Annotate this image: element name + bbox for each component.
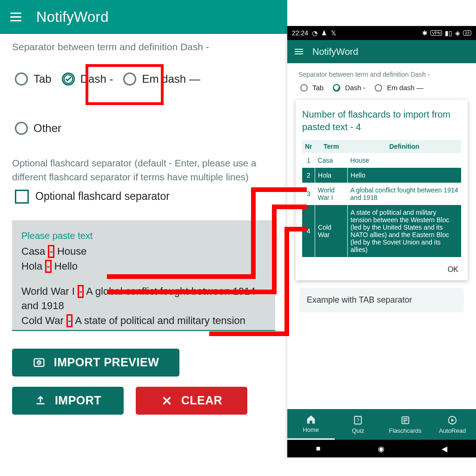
highlight-dash-3: - (78, 285, 84, 298)
separator-radio-row2: Other (15, 114, 275, 142)
nav-recent-icon[interactable]: ■ (316, 444, 321, 453)
menu-icon[interactable] (8, 11, 23, 23)
svg-point-3 (38, 362, 40, 363)
example-title: Example with TAB separator (307, 295, 412, 304)
phone-mock: 22:24 ◔ ♟ 𝕏 ✱ VPN ▮▯ ◈ 23 NotifyWord Sep… (287, 26, 476, 457)
optional-help-text: Optional flashcard separator (default - … (12, 156, 275, 184)
radio-icon (123, 73, 136, 86)
status-time: 22:24 (292, 29, 308, 37)
optional-checkbox[interactable]: Optional flashcard separator (15, 190, 275, 204)
radio-emdash-label: Em dash — (142, 73, 200, 86)
nav-autoread-label: AutoRead (439, 427, 466, 434)
paste-line-2: Hola - Hello (21, 259, 266, 274)
paste-placeholder: Please paste text (21, 231, 266, 241)
table-row: 2HolaHello (302, 168, 461, 183)
import-label: IMPORT (55, 394, 101, 407)
radio-icon (15, 122, 28, 135)
radio-dash[interactable]: Dash - (62, 65, 113, 93)
nav-back-icon[interactable]: ◀ (442, 444, 447, 453)
phone-separator-label: Separator between term and definition Da… (298, 71, 465, 78)
paste-text-area[interactable]: Please paste text Casa - House Hola - He… (12, 220, 275, 331)
clear-label: CLEAR (181, 394, 223, 407)
upload-icon (34, 395, 46, 407)
phone-app-title: NotifyWord (312, 46, 358, 57)
clear-button[interactable]: CLEAR (136, 387, 247, 415)
radio-icon (15, 73, 28, 86)
radio-other[interactable]: Other (15, 114, 61, 142)
highlight-dash-4: - (66, 314, 73, 327)
preview-table: Nr Term Definition 1CasaHouse 2HolaHello… (302, 140, 461, 257)
radio-emdash-label: Em dash — (387, 84, 423, 92)
separator-radio-row: Tab Dash - Em dash — (15, 65, 275, 93)
dialog-ok-button[interactable]: OK (302, 265, 458, 274)
home-icon (306, 414, 316, 424)
left-panel: NotifyWord Separator between term and de… (0, 0, 287, 476)
dialog-title: Number of flashcards to import from past… (302, 108, 461, 133)
radio-checked-icon[interactable] (333, 84, 340, 92)
bluetooth-icon: ✱ (422, 29, 428, 37)
highlight-dash-2: - (45, 260, 51, 273)
nav-autoread[interactable]: AutoRead (429, 409, 476, 440)
battery-icon: 23 (463, 30, 471, 36)
import-button[interactable]: IMPORT (12, 387, 124, 415)
status-icon: ♟ (321, 29, 327, 37)
radio-dash-label: Dash - (345, 84, 365, 92)
svg-text:?: ? (357, 417, 359, 423)
separator-label: Separator between term and definition Da… (12, 40, 275, 53)
radio-tab[interactable]: Tab (15, 65, 52, 93)
checkbox-icon (15, 190, 29, 204)
phone-radio-row: Tab Dash - Em dash — (300, 84, 463, 92)
radio-tab-label: Tab (312, 84, 324, 92)
wifi-icon: ◈ (455, 29, 460, 37)
nav-flashcards-label: Flaschcards (389, 427, 422, 434)
status-bar: 22:24 ◔ ♟ 𝕏 ✱ VPN ▮▯ ◈ 23 (287, 26, 476, 40)
nav-quiz[interactable]: ? Quiz (335, 409, 382, 440)
col-def: Definition (348, 140, 461, 153)
preview-icon (33, 356, 46, 369)
table-row: 1CasaHouse (302, 153, 461, 168)
table-row: 4Cold WarA state of political and milita… (302, 205, 461, 257)
menu-icon[interactable] (294, 48, 304, 55)
status-icon: 𝕏 (331, 29, 336, 37)
nav-quiz-label: Quiz (352, 427, 364, 434)
import-preview-label: IMPORT PREVIEW (54, 356, 159, 369)
nav-flashcards[interactable]: Flaschcards (382, 409, 429, 440)
nav-home-icon[interactable]: ◉ (378, 444, 384, 453)
radio-icon[interactable] (300, 84, 308, 92)
radio-tab-label: Tab (33, 73, 52, 86)
col-term: Term (315, 140, 348, 153)
paste-line-3: World War I - A global conflict fought b… (21, 284, 266, 314)
radio-other-label: Other (33, 122, 61, 135)
close-icon (161, 395, 173, 407)
paste-line-4: Cold War - A state of political and mili… (21, 313, 266, 331)
action-buttons: IMPORT PREVIEW IMPORT CLEAR (12, 349, 275, 415)
appbar: NotifyWord (0, 0, 287, 34)
app-title: NotifyWord (36, 9, 109, 26)
vpn-icon: VPN (430, 30, 442, 36)
import-preview-button[interactable]: IMPORT PREVIEW (12, 349, 179, 377)
nav-home[interactable]: Home (287, 409, 335, 440)
nav-home-label: Home (303, 426, 319, 433)
system-nav: ■ ◉ ◀ (287, 440, 476, 457)
import-preview-dialog: Number of flashcards to import from past… (296, 100, 468, 280)
highlight-dash-1: - (48, 245, 54, 258)
signal-icon: ▮▯ (445, 29, 452, 37)
radio-emdash[interactable]: Em dash — (123, 65, 200, 93)
optional-checkbox-label: Optional flashcard separator (35, 190, 170, 203)
quiz-icon: ? (353, 415, 363, 425)
example-card: Example with TAB separator (299, 288, 464, 312)
paste-line-1: Casa - House (21, 244, 266, 259)
col-nr: Nr (302, 140, 315, 153)
table-row: 3World War IA global conflict fought bet… (302, 183, 461, 205)
status-icon: ◔ (312, 29, 317, 37)
radio-checked-icon (62, 73, 75, 86)
play-icon (447, 415, 457, 425)
bottom-nav: Home ? Quiz Flaschcards AutoRead (287, 409, 476, 440)
phone-appbar: NotifyWord (287, 40, 476, 63)
flashcards-icon (400, 415, 410, 425)
radio-dash-label: Dash - (80, 73, 113, 86)
radio-icon[interactable] (375, 84, 382, 92)
